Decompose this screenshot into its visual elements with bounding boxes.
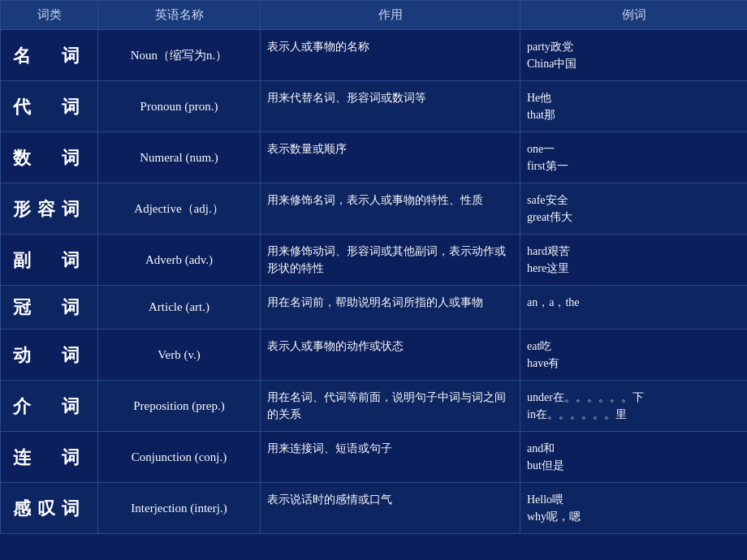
cell-use: 表示人或事物的名称 — [261, 30, 520, 81]
parts-of-speech-table: 词类 英语名称 作用 例词 名 词Noun（缩写为n.）表示人或事物的名称par… — [0, 0, 747, 534]
cell-example: under在。。。。。。下in在。。。。。。里 — [520, 381, 748, 432]
header-example: 例词 — [520, 1, 748, 30]
table-row: 连 词Conjunction (conj.)用来连接词、短语或句子and和but… — [1, 432, 748, 483]
cell-example: safe安全great伟大 — [520, 183, 748, 235]
cell-type: 形容词 — [1, 183, 98, 235]
cell-example: He他that那 — [520, 81, 748, 132]
cell-example: and和but但是 — [520, 432, 748, 483]
cell-english-name: Preposition (prep.) — [98, 381, 261, 432]
cell-english-name: Adjective（adj.） — [98, 183, 261, 235]
table-row: 形容词Adjective（adj.）用来修饰名词，表示人或事物的特性、性质saf… — [1, 183, 748, 235]
table-row: 动 词Verb (v.)表示人或事物的动作或状态eat吃have有 — [1, 330, 748, 381]
cell-english-name: Adverb (adv.) — [98, 235, 261, 286]
cell-use: 用来修饰动词、形容词或其他副词，表示动作或形状的特性 — [261, 235, 520, 286]
cell-type: 冠 词 — [1, 286, 98, 330]
cell-use: 用在名词前，帮助说明名词所指的人或事物 — [261, 286, 520, 330]
header-name: 英语名称 — [98, 1, 261, 30]
cell-type: 感叹词 — [1, 483, 98, 534]
cell-english-name: Conjunction (conj.) — [98, 432, 261, 483]
table-row: 数 词Numeral (num.)表示数量或顺序one一first第一 — [1, 132, 748, 183]
cell-example: Hello喂why呢，嗯 — [520, 483, 748, 534]
table-row: 代 词Pronoun (pron.)用来代替名词、形容词或数词等He他that那 — [1, 81, 748, 132]
cell-use: 表示说话时的感情或口气 — [261, 483, 520, 534]
cell-type: 数 词 — [1, 132, 98, 183]
table-row: 名 词Noun（缩写为n.）表示人或事物的名称party政党China中国 — [1, 30, 748, 81]
table-header-row: 词类 英语名称 作用 例词 — [1, 1, 748, 30]
cell-use: 表示人或事物的动作或状态 — [261, 330, 520, 381]
cell-use: 用来修饰名词，表示人或事物的特性、性质 — [261, 183, 520, 235]
cell-type: 名 词 — [1, 30, 98, 81]
cell-use: 用在名词、代词等前面，说明句子中词与词之间的关系 — [261, 381, 520, 432]
cell-english-name: Verb (v.) — [98, 330, 261, 381]
table-row: 副 词Adverb (adv.)用来修饰动词、形容词或其他副词，表示动作或形状的… — [1, 235, 748, 286]
table-row: 感叹词Interjection (interj.)表示说话时的感情或口气Hell… — [1, 483, 748, 534]
header-type: 词类 — [1, 1, 98, 30]
cell-example: hard艰苦here这里 — [520, 235, 748, 286]
cell-type: 副 词 — [1, 235, 98, 286]
cell-type: 代 词 — [1, 81, 98, 132]
table-row: 介 词Preposition (prep.)用在名词、代词等前面，说明句子中词与… — [1, 381, 748, 432]
cell-english-name: Interjection (interj.) — [98, 483, 261, 534]
cell-english-name: Noun（缩写为n.） — [98, 30, 261, 81]
cell-example: an，a，the — [520, 286, 748, 330]
cell-type: 介 词 — [1, 381, 98, 432]
cell-use: 表示数量或顺序 — [261, 132, 520, 183]
cell-use: 用来连接词、短语或句子 — [261, 432, 520, 483]
cell-example: party政党China中国 — [520, 30, 748, 81]
cell-english-name: Numeral (num.) — [98, 132, 261, 183]
cell-example: one一first第一 — [520, 132, 748, 183]
header-use: 作用 — [261, 1, 520, 30]
cell-example: eat吃have有 — [520, 330, 748, 381]
cell-type: 动 词 — [1, 330, 98, 381]
cell-english-name: Pronoun (pron.) — [98, 81, 261, 132]
table-row: 冠 词Article (art.)用在名词前，帮助说明名词所指的人或事物an，a… — [1, 286, 748, 330]
cell-english-name: Article (art.) — [98, 286, 261, 330]
cell-use: 用来代替名词、形容词或数词等 — [261, 81, 520, 132]
cell-type: 连 词 — [1, 432, 98, 483]
